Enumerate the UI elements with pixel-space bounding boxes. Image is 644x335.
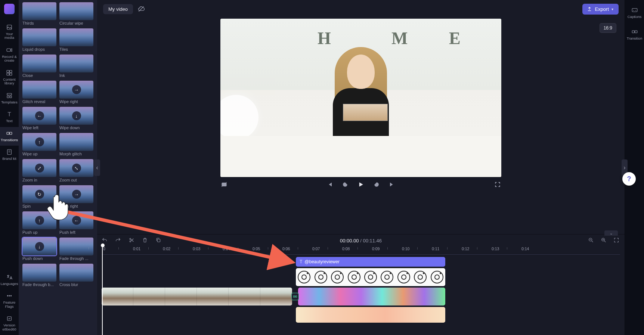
nav-brand-kit[interactable]: Brand kit: [0, 146, 19, 164]
nav-label: Templates: [1, 100, 17, 104]
timeline-toolbar: 00:00.00 / 00:11.46: [97, 235, 625, 246]
video-frame-thumb: [260, 288, 292, 305]
zoom-out-button[interactable]: [588, 237, 595, 244]
play-button[interactable]: [357, 181, 365, 188]
zoom-fit-button[interactable]: [613, 237, 620, 244]
ruler-tick: 0:12: [462, 246, 469, 251]
transition-item-wipe-right[interactable]: →Wipe right: [59, 81, 93, 104]
timeline-ruler[interactable]: 00:010:020:030:040:050:060:070:080:090:1…: [102, 246, 620, 255]
project-title[interactable]: My video: [103, 4, 133, 14]
svg-rect-5: [10, 73, 12, 75]
transition-item-wipe-down[interactable]: ↓Wipe down: [59, 107, 93, 130]
nav-version[interactable]: Version e8bed60: [0, 312, 19, 335]
transition-item-label: Push up: [22, 230, 56, 235]
captions-button[interactable]: Captions: [625, 4, 644, 22]
video-frame-thumb: [102, 288, 133, 305]
transition-props-button[interactable]: Transition: [625, 26, 644, 43]
redo-button[interactable]: [115, 237, 122, 244]
zoom-in-button[interactable]: [601, 237, 607, 244]
nav-templates[interactable]: Templates: [0, 89, 19, 108]
transition-item-cross-blur[interactable]: Cross blur: [59, 264, 93, 287]
video-clip-c[interactable]: [296, 307, 445, 323]
transition-item-glitch-reveal[interactable]: Glitch reveal: [22, 81, 56, 104]
safe-zone-button[interactable]: [220, 181, 228, 188]
forward-button[interactable]: [373, 181, 380, 188]
preview-canvas[interactable]: H M E: [220, 19, 501, 177]
video-clip-a[interactable]: [102, 288, 292, 305]
svg-rect-24: [294, 296, 295, 297]
transition-item-close[interactable]: Close: [22, 55, 56, 78]
cloud-sync-icon[interactable]: [137, 5, 145, 13]
skip-end-button[interactable]: [388, 181, 396, 188]
nav-transitions[interactable]: Transitions: [0, 127, 19, 146]
text-clip[interactable]: T @beautyreviewer: [296, 257, 445, 267]
nav-feature-flags[interactable]: Feature Flags: [0, 289, 19, 312]
svg-rect-2: [7, 70, 9, 72]
transition-item-zoom-out[interactable]: ⤡Zoom out: [59, 159, 93, 182]
transition-item-wipe-left[interactable]: ←Wipe left: [22, 107, 56, 130]
transition-item-push-left[interactable]: ←Push left: [59, 211, 93, 235]
app-logo[interactable]: [4, 4, 15, 14]
nav-your-media[interactable]: Your media: [0, 21, 19, 44]
nav-label: Content library: [1, 78, 18, 86]
svg-rect-25: [295, 296, 297, 297]
delete-button[interactable]: [142, 237, 149, 244]
instagram-icon: [397, 271, 410, 283]
nav-label: Transitions: [1, 138, 18, 142]
text-clip-label: @beautyreviewer: [304, 259, 340, 264]
transition-item-zoom-in[interactable]: ⤢Zoom in: [22, 159, 56, 182]
export-label: Export: [595, 6, 609, 12]
instagram-icon: [381, 271, 393, 283]
transition-item-ink[interactable]: Ink: [59, 55, 93, 78]
transition-item-tiles[interactable]: Tiles: [59, 28, 93, 52]
playhead[interactable]: [102, 246, 103, 335]
transition-item-circular-wipe[interactable]: Circular wipe: [59, 2, 93, 25]
nav-languages[interactable]: Languages: [0, 271, 19, 289]
left-rail: Your media Record & create Content libra…: [0, 0, 19, 335]
aspect-ratio-button[interactable]: 16:9: [600, 23, 616, 33]
nav-record-create[interactable]: Record & create: [0, 44, 19, 66]
transition-item-fade-through-b[interactable]: Fade through b...: [22, 264, 56, 287]
fullscreen-button[interactable]: [494, 181, 501, 188]
nav-label: Feature Flags: [1, 301, 18, 308]
transition-marker[interactable]: [291, 293, 299, 300]
ruler-tick: 0:11: [432, 246, 439, 251]
transition-item-push-right[interactable]: →Push right: [59, 185, 93, 208]
svg-rect-1: [7, 49, 10, 52]
nav-label: Version e8bed60: [1, 323, 18, 331]
timeline-tracks[interactable]: T @beautyreviewer: [102, 256, 620, 335]
video-clip-b[interactable]: [298, 288, 445, 305]
duplicate-button[interactable]: [155, 237, 162, 244]
overlay-clip-instagram[interactable]: [296, 268, 445, 286]
help-button[interactable]: ?: [622, 172, 636, 186]
ruler-tick: 0:01: [133, 246, 140, 251]
transition-item-wipe-up[interactable]: ↑Wipe up: [22, 133, 56, 156]
center-area: ‹ › My video Export ▾ 16:9 H M E: [97, 0, 625, 335]
transitions-icon: [6, 130, 13, 137]
transition-label: Transition: [627, 36, 642, 40]
nav-content-library[interactable]: Content library: [0, 66, 19, 89]
transition-item-push-down[interactable]: ↓Push down: [22, 238, 56, 261]
transition-item-label: Zoom out: [59, 178, 93, 182]
transition-glyph-icon: ↓: [72, 111, 81, 120]
nav-label: Your media: [1, 32, 18, 40]
split-button[interactable]: [129, 237, 135, 244]
undo-button[interactable]: [102, 237, 108, 244]
transition-item-label: Thirds: [22, 21, 56, 25]
transition-item-label: Wipe up: [22, 152, 56, 156]
nav-text[interactable]: Text: [0, 108, 19, 127]
preview-area: 16:9 H M E: [97, 18, 625, 234]
skip-start-button[interactable]: [326, 181, 333, 188]
rewind-button[interactable]: [341, 181, 349, 188]
transition-item-morph-glitch[interactable]: Morph glitch: [59, 133, 93, 156]
transition-item-label: Push left: [59, 230, 93, 235]
transition-item-push-up[interactable]: ↑Push up: [22, 211, 56, 235]
transition-item-liquid-drops[interactable]: Liquid drops: [22, 28, 56, 52]
library-icon: [6, 69, 13, 76]
collapse-left-panel-button[interactable]: ‹: [94, 159, 100, 176]
timeline-timecode: 00:00.00 / 00:11.46: [340, 238, 382, 244]
transition-item-thirds[interactable]: Thirds: [22, 2, 56, 25]
transition-glyph-icon: ⤢: [35, 164, 44, 173]
transition-item-spin[interactable]: ↻Spin: [22, 185, 56, 208]
export-button[interactable]: Export ▾: [582, 4, 619, 15]
